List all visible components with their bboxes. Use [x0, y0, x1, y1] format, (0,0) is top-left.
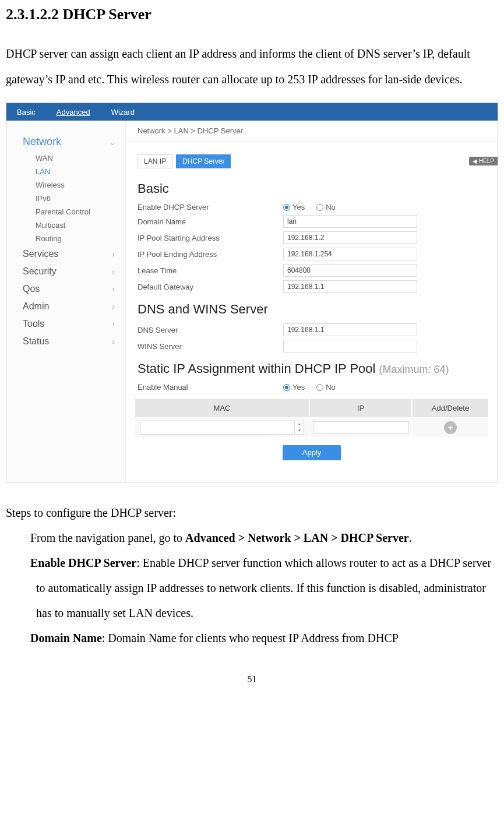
sidebar-label: Admin [23, 301, 49, 312]
radio-icon [283, 384, 290, 391]
table-header: MAC IP Add/Delete [135, 399, 488, 417]
chevron-down-icon: ▾ [295, 428, 304, 434]
label-ip-start: IP Pool Starting Address [138, 234, 272, 242]
plus-icon: + [447, 422, 453, 433]
radio-enable-no[interactable]: No [316, 203, 336, 211]
step2-bold: Enable DHCP Server [30, 556, 136, 569]
radio-icon [316, 384, 323, 391]
sidebar-label: Qos [23, 284, 40, 294]
chevron-up-icon: ▴ [295, 421, 304, 428]
apply-button[interactable]: Apply [283, 445, 341, 460]
label-ip-end: IP Pool Ending Address [138, 250, 272, 259]
radio-label: Yes [292, 383, 305, 392]
step1-bold: Advanced > Network > LAN > DHCP Server [185, 531, 409, 544]
input-lease-time[interactable] [283, 264, 417, 277]
chevron-left-icon: ◀ [473, 158, 477, 164]
input-ip-end[interactable] [283, 248, 417, 260]
tab-wizard[interactable]: Wizard [101, 103, 145, 121]
sidebar-sub-lan[interactable]: LAN [6, 165, 125, 178]
breadcrumb: Network > LAN > DHCP Server [126, 121, 498, 142]
section-basic-title: Basic [126, 174, 498, 201]
label-domain-name: Domain Name [138, 217, 272, 226]
label-default-gateway: Default Gateway [138, 283, 272, 291]
sidebar-sub-ipv6[interactable]: IPv6 [6, 192, 125, 205]
label-dns-server: DNS Server [138, 326, 272, 334]
radio-manual-no[interactable]: No [316, 383, 336, 392]
radio-label: Yes [292, 203, 305, 211]
step-1: 1.From the navigation panel, go to Advan… [12, 526, 498, 551]
radio-manual-yes[interactable]: Yes [283, 383, 305, 392]
sidebar-sub-parental[interactable]: Parental Control [6, 205, 125, 218]
sidebar-label: Security [23, 266, 57, 277]
input-static-ip[interactable] [313, 421, 408, 434]
chevron-right-icon: › [112, 284, 115, 294]
radio-enable-yes[interactable]: Yes [283, 203, 305, 211]
row-enable-dhcp: Enable DHCP Server Yes No [126, 201, 498, 213]
tab-advanced[interactable]: Advanced [46, 103, 101, 121]
router-screenshot: Basic Advanced Wizard Network ⌵ WAN LAN … [6, 103, 498, 482]
tab-basic[interactable]: Basic [6, 103, 46, 121]
sidebar-sub-wireless[interactable]: Wireless [6, 178, 125, 192]
chevron-right-icon: › [112, 267, 115, 276]
add-row-button[interactable]: + [444, 421, 457, 434]
sidebar-label: Services [23, 249, 58, 259]
input-mac[interactable] [140, 421, 294, 434]
sidebar-sub-multicast[interactable]: Multicast [6, 218, 125, 232]
input-mac-wrap[interactable]: ▴ ▾ [140, 421, 304, 435]
step3-bold: Domain Name [30, 632, 102, 644]
tab-dhcp-server[interactable]: DHCP Server [176, 154, 231, 168]
input-wins-server[interactable] [283, 340, 417, 352]
help-label: HELP [479, 158, 494, 164]
step1-pre: From the navigation panel, go to [30, 531, 185, 544]
input-default-gateway[interactable] [283, 280, 417, 293]
radio-icon [283, 204, 290, 211]
col-mac: MAC [135, 399, 310, 417]
input-dns-server[interactable] [283, 323, 417, 336]
radio-icon [316, 204, 323, 211]
col-add-delete: Add/Delete [413, 399, 488, 417]
label-enable-dhcp: Enable DHCP Server [138, 203, 272, 211]
label-enable-manual: Enable Manual [138, 383, 272, 392]
sidebar-item-tools[interactable]: Tools › [6, 315, 125, 333]
chevron-right-icon: › [112, 337, 115, 346]
sidebar: Network ⌵ WAN LAN Wireless IPv6 Parental… [6, 121, 126, 482]
page-number: 51 [6, 674, 498, 685]
step3-rest: : Domain Name for clients who request IP… [102, 632, 399, 644]
tab-lan-ip[interactable]: LAN IP [138, 154, 172, 168]
table-row: ▴ ▾ + [135, 417, 488, 437]
input-domain-name[interactable] [283, 215, 417, 228]
sidebar-item-security[interactable]: Security › [6, 263, 125, 280]
mac-spinner[interactable]: ▴ ▾ [294, 421, 304, 434]
label-wins-server: WINS Server [138, 342, 272, 351]
chevron-down-icon: ⌵ [110, 137, 115, 147]
lan-sub-tabs: LAN IP DHCP Server [126, 142, 498, 174]
sidebar-item-qos[interactable]: Qos › [6, 280, 125, 298]
step-3: 3.Domain Name: Domain Name for clients w… [12, 626, 498, 651]
sidebar-sub-routing[interactable]: Routing [6, 232, 125, 245]
sidebar-item-services[interactable]: Services › [6, 245, 125, 263]
sidebar-item-network[interactable]: Network ⌵ [6, 132, 125, 151]
doc-intro-paragraph: DHCP server can assign each client an IP… [6, 41, 498, 92]
steps-intro: Steps to configure the DHCP server: [6, 500, 498, 526]
chevron-right-icon: › [112, 302, 115, 311]
sidebar-label: Network [23, 136, 61, 148]
label-lease-time: Lease Time [138, 266, 272, 275]
chevron-right-icon: › [112, 249, 115, 259]
doc-section-heading: 2.3.1.2.2 DHCP Server [6, 6, 498, 23]
static-title-muted: (Maximum: 64) [379, 364, 449, 375]
sidebar-item-admin[interactable]: Admin › [6, 298, 125, 315]
sidebar-label: Status [23, 336, 49, 347]
help-button[interactable]: ◀ HELP [469, 157, 498, 165]
sidebar-sub-wan[interactable]: WAN [6, 151, 125, 165]
sidebar-item-status[interactable]: Status › [6, 333, 125, 350]
input-ip-start[interactable] [283, 231, 417, 244]
static-ip-table: MAC IP Add/Delete ▴ ▾ [135, 399, 488, 437]
step-2: 2.Enable DHCP Server: Enable DHCP server… [12, 551, 498, 626]
radio-label: No [326, 383, 336, 392]
section-static-title: Static IP Assignment within DHCP IP Pool… [126, 354, 498, 381]
step1-post: . [409, 531, 412, 544]
section-dns-title: DNS and WINS Server [126, 295, 498, 322]
sidebar-label: Tools [23, 319, 44, 329]
top-nav: Basic Advanced Wizard [6, 103, 498, 121]
col-ip: IP [310, 399, 413, 417]
